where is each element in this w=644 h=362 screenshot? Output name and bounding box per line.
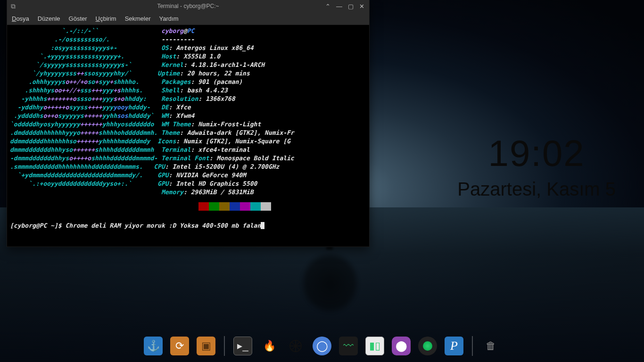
dock-p-app[interactable]: P bbox=[444, 336, 464, 356]
dock-battery[interactable]: ▮▯ bbox=[364, 336, 385, 356]
terminal-output[interactable]: `.-/::/-`` cyborg@PC .-/osssssssso/. ---… bbox=[7, 25, 369, 247]
menu-view[interactable]: Göster bbox=[69, 15, 87, 22]
clock-date: Pazartesi, Kasım 5 bbox=[457, 179, 616, 200]
menu-help[interactable]: Yardım bbox=[159, 15, 179, 22]
minimize-button[interactable]: — bbox=[336, 3, 342, 10]
window-menu-button[interactable]: ⌃ bbox=[325, 3, 330, 10]
menu-file[interactable]: Dosya bbox=[12, 15, 29, 22]
cursor bbox=[261, 222, 264, 229]
dock-camera[interactable] bbox=[417, 336, 438, 356]
dock-torch-app[interactable]: 🔥 bbox=[259, 336, 280, 356]
shell-prompt: [cyborg@PC ~]$ bbox=[10, 222, 65, 229]
dock[interactable]: ⚓ ⟳ ▣ ▸_ 🔥 ◯ 〰 ▮▯ ⬤ P 🗑 bbox=[138, 333, 506, 359]
dock-packages[interactable]: ▣ bbox=[196, 336, 216, 356]
menu-bar[interactable]: Dosya Düzenle Göster Uçbirim Sekmeler Ya… bbox=[7, 13, 369, 25]
window-title: Terminal - cyborg@PC:~ bbox=[7, 3, 369, 9]
dock-package-update[interactable]: ⟳ bbox=[169, 336, 190, 356]
menu-edit[interactable]: Düzenle bbox=[38, 15, 60, 22]
dock-terminal[interactable]: ▸_ bbox=[232, 336, 253, 356]
desktop-clock-widget: 19:02 Pazartesi, Kasım 5 bbox=[457, 132, 616, 200]
menu-terminal[interactable]: Uçbirim bbox=[96, 15, 116, 22]
dock-separator bbox=[224, 336, 225, 356]
dock-separator bbox=[472, 336, 473, 356]
clock-time: 19:02 bbox=[457, 132, 616, 175]
close-button[interactable]: ✕ bbox=[359, 3, 364, 10]
maximize-button[interactable]: ▢ bbox=[348, 3, 354, 10]
terminal-window[interactable]: ⧉ Terminal - cyborg@PC:~ ⌃ — ▢ ✕ Dosya D… bbox=[7, 0, 370, 247]
command-input[interactable]: Chrome deli RAM yiyor moruk :D Yoksa 400… bbox=[65, 222, 261, 229]
dock-trash[interactable]: 🗑 bbox=[480, 336, 501, 356]
terminal-titlebar-icon: ⧉ bbox=[7, 2, 19, 10]
dock-anchor-app[interactable]: ⚓ bbox=[143, 336, 164, 356]
menu-tabs[interactable]: Sekmeler bbox=[125, 15, 151, 22]
window-titlebar[interactable]: ⧉ Terminal - cyborg@PC:~ ⌃ — ▢ ✕ bbox=[7, 0, 369, 13]
dock-chromium[interactable]: ◯ bbox=[312, 336, 332, 356]
color-swatches bbox=[198, 202, 271, 211]
dock-toggle-app[interactable]: ⬤ bbox=[391, 336, 412, 356]
dock-system-monitor[interactable]: 〰 bbox=[338, 336, 359, 356]
dock-network-config[interactable] bbox=[285, 336, 306, 356]
